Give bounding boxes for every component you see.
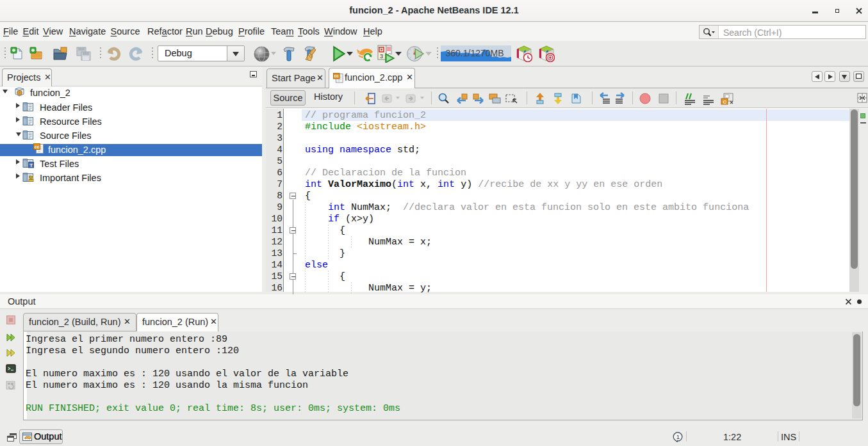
svg-text:C: C [723,99,727,105]
svg-text:cc: cc [334,74,340,78]
svg-text:1: 1 [676,433,680,440]
svg-text:T: T [29,163,33,168]
svg-text:cc: cc [35,145,40,149]
svg-text:3: 3 [380,53,383,60]
